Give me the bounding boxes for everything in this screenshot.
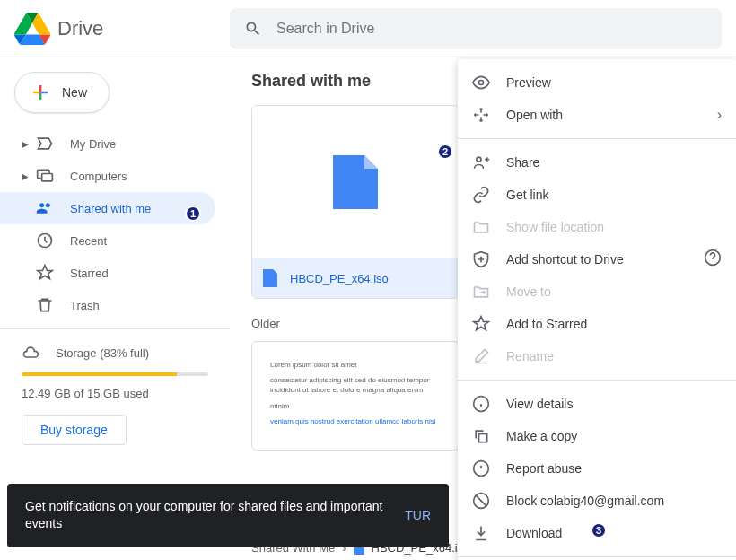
menu-report-abuse[interactable]: Report abuse [458, 452, 736, 485]
sidebar-item-computers[interactable]: ▶ Computers [0, 160, 215, 192]
expand-icon: ▶ [22, 171, 32, 181]
svg-rect-1 [42, 174, 53, 181]
open-with-icon [472, 106, 490, 124]
svg-rect-7 [479, 434, 487, 442]
link-icon [472, 186, 490, 204]
recent-icon [36, 232, 54, 249]
search-bar[interactable] [230, 8, 722, 49]
notification-action[interactable]: TUR [405, 508, 431, 522]
cloud-icon [22, 344, 39, 362]
file-card[interactable]: HBCD_PE_x64.iso [251, 105, 460, 299]
menu-rename: Rename [458, 340, 736, 372]
divider [458, 138, 736, 139]
buy-storage-button[interactable]: Buy storage [22, 415, 127, 445]
report-icon [472, 459, 490, 477]
older-file-card[interactable]: Lorem ipsum dolor sit amet consectetur a… [251, 341, 460, 451]
storage-bar [22, 372, 208, 376]
menu-preview[interactable]: Preview [458, 66, 736, 99]
my-drive-icon [36, 135, 54, 153]
move-icon [472, 283, 490, 301]
sidebar-item-trash[interactable]: Trash [0, 289, 215, 321]
info-icon [472, 395, 490, 413]
logo-area[interactable]: Drive [14, 11, 230, 47]
storage-row[interactable]: Storage (83% full) [22, 344, 208, 362]
help-icon[interactable] [704, 249, 722, 270]
menu-share[interactable]: Share [458, 146, 736, 179]
storage-fill [22, 372, 177, 376]
trash-icon [36, 296, 54, 314]
sidebar-item-recent[interactable]: Recent [0, 224, 215, 257]
download-icon [472, 524, 490, 542]
rename-icon [472, 347, 490, 365]
menu-open-with[interactable]: Open with › [458, 99, 736, 131]
menu-get-link[interactable]: Get link [458, 179, 736, 211]
new-button[interactable]: New [14, 72, 110, 113]
menu-add-shortcut[interactable]: Add shortcut to Drive [458, 243, 736, 276]
shortcut-icon [472, 250, 490, 268]
annotation-badge-3: 3 [591, 522, 607, 538]
chevron-right-icon: › [717, 107, 722, 123]
header: Drive [0, 0, 736, 57]
menu-add-starred[interactable]: Add to Starred [458, 308, 736, 340]
menu-make-copy[interactable]: Make a copy [458, 420, 736, 452]
star-icon [472, 315, 490, 333]
sidebar-item-shared-with-me[interactable]: Shared with me [0, 192, 215, 224]
eye-icon [472, 74, 490, 92]
storage-section: Storage (83% full) 12.49 GB of 15 GB use… [0, 337, 230, 452]
share-icon [472, 153, 490, 171]
copy-icon [472, 427, 490, 445]
menu-move-to: Move to [458, 276, 736, 308]
notification-text: Get notifications on your computer for s… [25, 498, 387, 533]
search-icon [244, 20, 262, 38]
divider [0, 328, 230, 329]
drive-logo-icon [14, 11, 50, 47]
storage-used-text: 12.49 GB of 15 GB used [22, 387, 208, 400]
star-icon [36, 264, 54, 282]
shared-icon [36, 199, 54, 217]
computers-icon [36, 167, 54, 185]
menu-show-location: Show file location [458, 211, 736, 243]
menu-view-details[interactable]: View details [458, 388, 736, 420]
file-name: HBCD_PE_x64.iso [290, 272, 389, 285]
context-menu: Preview Open with › Share Get link Show … [458, 59, 736, 560]
file-preview [252, 106, 459, 258]
file-thumb-icon [333, 155, 378, 209]
svg-point-4 [477, 157, 481, 162]
folder-icon [472, 218, 490, 236]
sidebar-item-starred[interactable]: Starred [0, 257, 215, 289]
file-name-row: HBCD_PE_x64.iso [252, 258, 459, 298]
block-icon [472, 492, 490, 510]
menu-block[interactable]: Block colabig40@gmail.com [458, 485, 736, 517]
annotation-badge-1: 1 [185, 206, 201, 222]
expand-icon: ▶ [22, 139, 32, 149]
divider [458, 380, 736, 381]
new-button-label: New [62, 85, 87, 100]
divider [458, 556, 736, 557]
annotation-badge-2: 2 [437, 144, 453, 160]
search-input[interactable] [276, 21, 707, 37]
plus-icon [30, 82, 51, 103]
svg-point-3 [479, 81, 484, 85]
file-icon [263, 269, 277, 287]
notification-bar: Get notifications on your computer for s… [7, 484, 449, 547]
sidebar-item-my-drive[interactable]: ▶ My Drive [0, 127, 215, 160]
app-title: Drive [57, 17, 103, 40]
